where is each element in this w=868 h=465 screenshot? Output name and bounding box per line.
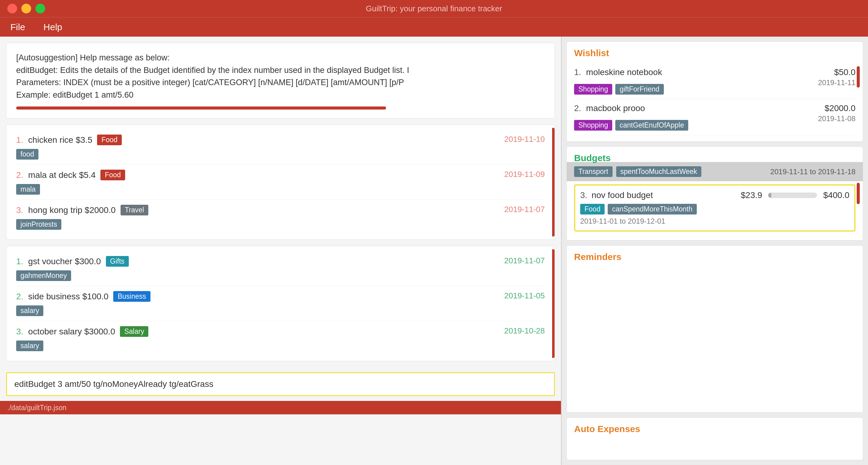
command-input[interactable] xyxy=(14,379,547,389)
wishlist-2-tags: Shopping cantGetEnufOfApple xyxy=(574,120,688,131)
highlighted-budget-amounts: $23.9 $400.0 xyxy=(741,190,849,200)
income-1-title: gst voucher $300.0 xyxy=(28,257,101,267)
wishlist-1-date: 2019-11-11 xyxy=(818,79,856,87)
income-item-1: 1. gst voucher $300.0 Gifts 2019-11-07 g… xyxy=(16,251,545,286)
income-3-tag-salary: salary xyxy=(16,341,43,351)
expense-1-title: chicken rice $3.5 xyxy=(28,135,92,145)
wishlist-item-2-name-row: 2. macbook prooo xyxy=(574,103,645,113)
expense-item-2: 2. mala at deck $5.4 Food 2019-11-09 mal… xyxy=(16,165,545,200)
auto-expenses-section: Auto Expenses xyxy=(566,417,863,460)
income-2-date: 2019-11-05 xyxy=(504,291,545,301)
income-1-tag-gahmen: gahmenMoney xyxy=(16,270,71,281)
expense-item-1: 1. chicken rice $3.5 Food 2019-11-10 foo… xyxy=(16,130,545,165)
expense-1-index: 1. xyxy=(16,135,23,145)
expense-2-category: Food xyxy=(100,169,125,180)
expense-1-tags: food xyxy=(16,147,545,160)
expense-3-date: 2019-11-07 xyxy=(504,205,545,214)
help-progress-bar xyxy=(16,106,386,110)
wishlist-2-amount: $2000.0 xyxy=(818,103,856,113)
expense-1-category: Food xyxy=(97,134,121,145)
expense-2-date: 2019-11-09 xyxy=(504,169,545,179)
menu-help[interactable]: Help xyxy=(40,21,65,34)
close-button[interactable] xyxy=(7,4,17,13)
budget-3-total: $400.0 xyxy=(823,190,849,200)
budgets-title: Budgets xyxy=(574,153,856,163)
expense-3-tags: joinProtests xyxy=(16,217,545,230)
income-item-2-header: 2. side business $100.0 Business 2019-11… xyxy=(16,291,545,302)
minimize-button[interactable] xyxy=(21,4,31,13)
income-3-tags: salary xyxy=(16,339,545,351)
budget-3-spent: $23.9 xyxy=(741,190,762,200)
income-item-2: 2. side business $100.0 Business 2019-11… xyxy=(16,286,545,321)
help-line-2: editBudget: Edits the details of the Bud… xyxy=(16,64,545,76)
expense-2-index: 2. xyxy=(16,170,23,180)
maximize-button[interactable] xyxy=(35,4,45,13)
menu-file[interactable]: File xyxy=(7,21,28,34)
budget-3-name: nov food budget xyxy=(591,190,653,200)
income-item-3-name: 3. october salary $3000.0 Salary xyxy=(16,326,148,337)
expense-item-1-header: 1. chicken rice $3.5 Food 2019-11-10 xyxy=(16,134,545,145)
wishlist-item-2: 2. macbook prooo Shopping cantGetEnufOfA… xyxy=(574,99,856,135)
income-3-index: 3. xyxy=(16,327,23,337)
budget-3-tag-canspend: canSpendMoreThisMonth xyxy=(608,204,696,215)
help-box: [Autosuggestion] Help message as below: … xyxy=(6,43,555,118)
wishlist-2-index: 2. xyxy=(574,103,581,113)
income-2-tag-salary: salary xyxy=(16,305,43,316)
budget-3-date: 2019-11-01 to 2019-12-01 xyxy=(580,217,697,225)
income-item-1-header: 1. gst voucher $300.0 Gifts 2019-11-07 xyxy=(16,256,545,267)
income-3-date: 2019-10-28 xyxy=(504,326,545,336)
income-item-3: 3. october salary $3000.0 Salary 2019-10… xyxy=(16,321,545,356)
expense-item-3-name: 3. hong kong trip $2000.0 Travel xyxy=(16,205,148,215)
income-1-tags: gahmenMoney xyxy=(16,269,545,281)
income-1-date: 2019-11-07 xyxy=(504,256,545,266)
scrolled-tag-transport: Transport xyxy=(574,166,613,177)
expense-2-tags: mala xyxy=(16,182,545,195)
income-item-3-header: 3. october salary $3000.0 Salary 2019-10… xyxy=(16,326,545,337)
highlighted-budget-content: 3. nov food budget Food canSpendMoreThis… xyxy=(580,190,849,225)
budgets-scroll-bar xyxy=(857,183,860,204)
command-area[interactable] xyxy=(6,372,555,396)
auto-expenses-title: Auto Expenses xyxy=(574,424,856,434)
income-3-title: october salary $3000.0 xyxy=(28,327,115,337)
expense-1-tag-food: food xyxy=(16,149,38,160)
wishlist-section: Wishlist 1. moleskine notebook Shopping … xyxy=(566,41,863,142)
income-3-category: Salary xyxy=(120,326,148,337)
status-bar: ./data/guiltTrip.json xyxy=(0,401,561,414)
budget-3-bar-fill xyxy=(768,192,771,198)
wishlist-1-tag-shopping: Shopping xyxy=(574,84,612,95)
wishlist-item-2-left: 2. macbook prooo Shopping cantGetEnufOfA… xyxy=(574,103,688,131)
scrolled-budget-tags: Transport spentTooMuchLastWeek xyxy=(574,166,701,177)
expense-item-3-header: 3. hong kong trip $2000.0 Travel 2019-11… xyxy=(16,205,545,215)
expense-3-tag-protests: joinProtests xyxy=(16,219,61,230)
expense-3-title: hong kong trip $2000.0 xyxy=(28,205,115,215)
main-layout: [Autosuggestion] Help message as below: … xyxy=(0,37,868,465)
expense-1-date: 2019-11-10 xyxy=(504,134,545,144)
expense-item-2-header: 2. mala at deck $5.4 Food 2019-11-09 xyxy=(16,169,545,180)
scrolled-tag-spent: spentTooMuchLastWeek xyxy=(616,166,701,177)
left-panel: [Autosuggestion] Help message as below: … xyxy=(0,37,562,465)
reminders-section: Reminders xyxy=(566,245,863,412)
window-controls[interactable] xyxy=(7,4,45,13)
income-2-title: side business $100.0 xyxy=(28,292,108,302)
income-right-bar xyxy=(552,249,555,358)
highlighted-budget-left: 3. nov food budget Food canSpendMoreThis… xyxy=(580,190,697,225)
expense-3-index: 3. xyxy=(16,205,23,215)
income-item-1-name: 1. gst voucher $300.0 Gifts xyxy=(16,256,129,267)
wishlist-title: Wishlist xyxy=(574,48,856,58)
expense-2-tag-mala: mala xyxy=(16,184,40,195)
help-line-4: Example: editBudget 1 amt/5.60 xyxy=(16,89,545,101)
wishlist-item-1-name-row: 1. moleskine notebook xyxy=(574,67,662,77)
budget-3-index: 3. xyxy=(580,190,587,200)
expense-item-2-name: 2. mala at deck $5.4 Food xyxy=(16,169,125,180)
reminders-title: Reminders xyxy=(574,252,856,262)
status-path: ./data/guiltTrip.json xyxy=(7,404,66,412)
wishlist-scroll-bar xyxy=(857,66,860,88)
highlighted-budget-name-row: 3. nov food budget xyxy=(580,190,697,200)
right-panel: Wishlist 1. moleskine notebook Shopping … xyxy=(562,37,868,465)
income-1-category: Gifts xyxy=(106,256,129,267)
help-line-1: [Autosuggestion] Help message as below: xyxy=(16,52,545,64)
wishlist-1-tags: Shopping giftForFriend xyxy=(574,84,664,95)
expense-3-category: Travel xyxy=(121,205,148,215)
expense-right-bar xyxy=(552,128,555,237)
menu-bar: File Help xyxy=(0,17,868,37)
